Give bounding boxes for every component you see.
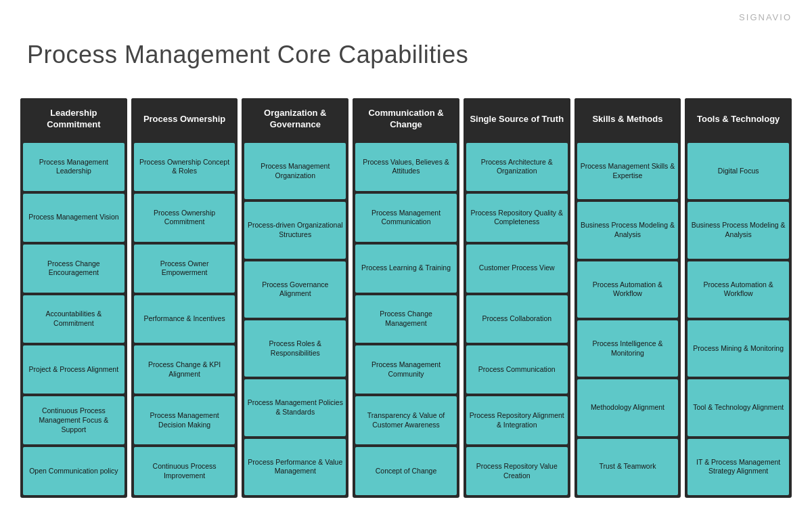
column-communication: Communication & ChangeProcess Values, Be… [353, 98, 459, 498]
cell-tools-3: Process Mining & Monitoring [687, 320, 789, 377]
cell-leadership-2: Process Change Encouragement [23, 245, 125, 293]
cell-skills-3: Process Intelligence & Monitoring [577, 320, 679, 377]
cell-truth-0: Process Architecture & Organization [466, 143, 568, 191]
cell-ownership-3: Performance & Incentives [134, 295, 235, 343]
cell-governance-5: Process Performance & Value Management [244, 439, 346, 495]
cell-truth-6: Process Repository Value Creation [466, 447, 568, 495]
cell-ownership-0: Process Ownership Concept & Roles [134, 143, 235, 191]
col-header-governance: Organization & Governance [242, 98, 348, 140]
cell-leadership-1: Process Management Vision [23, 194, 125, 242]
cell-governance-0: Process Management Organization [244, 143, 346, 199]
cells-area-governance: Process Management OrganizationProcess-d… [242, 143, 348, 498]
cell-ownership-4: Process Change & KPI Alignment [134, 345, 235, 394]
cells-area-truth: Process Architecture & OrganizationProce… [464, 143, 570, 498]
cells-area-leadership: Process Management LeadershipProcess Man… [20, 143, 127, 498]
cell-ownership-5: Process Management Decision Making [134, 396, 235, 444]
page-title: Process Management Core Capabilities [27, 41, 468, 69]
cell-communication-6: Concept of Change [355, 447, 457, 495]
col-header-ownership: Process Ownership [131, 98, 238, 140]
cell-ownership-1: Process Ownership Commitment [134, 194, 235, 242]
column-tools: Tools & TechnologyDigital FocusBusiness … [685, 98, 792, 498]
column-governance: Organization & GovernanceProcess Managem… [242, 98, 348, 498]
capabilities-grid: Leadership CommitmentProcess Management … [20, 98, 792, 498]
cell-leadership-0: Process Management Leadership [23, 143, 125, 191]
col-header-communication: Communication & Change [353, 98, 459, 140]
cell-communication-2: Process Learning & Training [355, 245, 457, 293]
cell-truth-5: Process Repository Alignment & Integrati… [466, 396, 568, 444]
cells-area-ownership: Process Ownership Concept & RolesProcess… [131, 143, 238, 498]
col-header-truth: Single Source of Truth [464, 98, 570, 140]
cell-communication-0: Process Values, Believes & Attitudes [355, 143, 457, 191]
column-truth: Single Source of TruthProcess Architectu… [464, 98, 570, 498]
cell-skills-1: Business Process Modeling & Analysis [577, 202, 679, 258]
cell-tools-4: Tool & Technology Alignment [687, 379, 789, 436]
cell-skills-2: Process Automation & Workflow [577, 261, 679, 318]
column-skills: Skills & MethodsProcess Management Skill… [574, 98, 681, 498]
cell-ownership-2: Process Owner Empowerment [134, 245, 235, 293]
cell-truth-3: Process Collaboration [466, 295, 568, 343]
cells-area-skills: Process Management Skills & ExpertiseBus… [574, 143, 681, 498]
col-header-leadership: Leadership Commitment [20, 98, 127, 140]
cell-tools-2: Process Automation & Workflow [687, 261, 789, 318]
cell-governance-4: Process Management Policies & Standards [244, 379, 346, 436]
cell-communication-1: Process Management Communication [355, 194, 457, 242]
cell-skills-0: Process Management Skills & Expertise [577, 143, 679, 199]
cell-leadership-4: Project & Process Alignment [23, 345, 125, 394]
col-header-skills: Skills & Methods [574, 98, 681, 140]
brand-logo: SIGNAVIO [739, 12, 792, 22]
cell-truth-2: Customer Process View [466, 245, 568, 293]
cell-skills-4: Methodology Alignment [577, 379, 679, 436]
cell-governance-2: Process Governance Alignment [244, 261, 346, 318]
col-header-tools: Tools & Technology [685, 98, 792, 140]
cell-leadership-5: Continuous Process Management Focus & Su… [23, 396, 125, 444]
cell-ownership-6: Continuous Process Improvement [134, 447, 235, 495]
cell-governance-3: Process Roles & Responsibilities [244, 320, 346, 377]
cell-truth-1: Process Repository Quality & Completenes… [466, 194, 568, 242]
cell-communication-3: Process Change Management [355, 295, 457, 343]
cell-tools-5: IT & Process Management Strategy Alignme… [687, 439, 789, 495]
cell-governance-1: Process-driven Organizational Structures [244, 202, 346, 258]
cells-area-tools: Digital FocusBusiness Process Modeling &… [685, 143, 792, 498]
cell-communication-5: Transparency & Value of Customer Awarene… [355, 396, 457, 444]
cell-tools-1: Business Process Modeling & Analysis [687, 202, 789, 258]
cell-communication-4: Process Management Community [355, 345, 457, 394]
cell-tools-0: Digital Focus [687, 143, 789, 199]
column-leadership: Leadership CommitmentProcess Management … [20, 98, 127, 498]
cell-skills-5: Trust & Teamwork [577, 439, 679, 495]
column-ownership: Process OwnershipProcess Ownership Conce… [131, 98, 238, 498]
cell-leadership-3: Accountabilities & Commitment [23, 295, 125, 343]
cell-truth-4: Process Communication [466, 345, 568, 394]
cells-area-communication: Process Values, Believes & AttitudesProc… [353, 143, 459, 498]
cell-leadership-6: Open Communication policy [23, 447, 125, 495]
